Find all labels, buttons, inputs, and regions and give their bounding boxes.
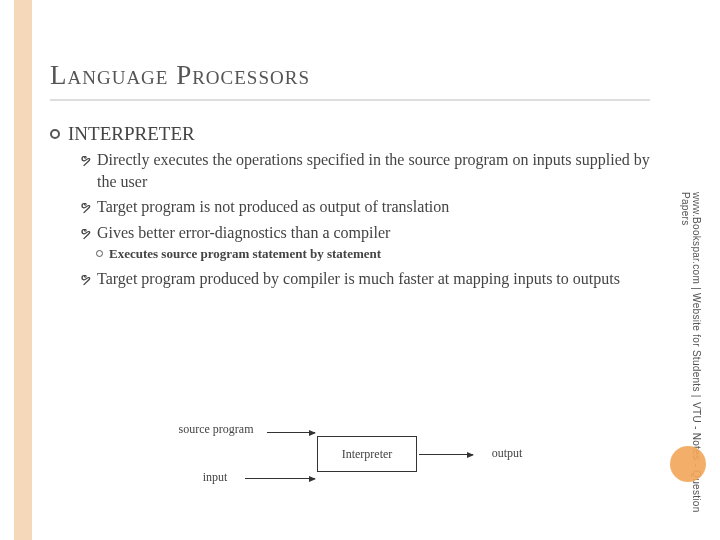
list-item: ຯ Target program produced by compiler is… — [80, 268, 650, 290]
watermark: www.Bookspar.com | Website for Students … — [680, 192, 702, 540]
slide-content: Language Processors INTERPRETER ຯ Direct… — [50, 60, 650, 300]
list-item: ຯ Directly executes the operations speci… — [80, 149, 650, 192]
arrow-icon — [267, 432, 315, 433]
section-heading: INTERPRETER — [68, 123, 650, 145]
circle-bullet-icon — [96, 250, 103, 257]
diagram-label-output: output — [477, 446, 537, 461]
diagram-label-input: input — [185, 470, 245, 485]
watermark-line1: www.Bookspar.com | Website for Students … — [691, 192, 702, 398]
list-item: ຯ Target program is not produced as outp… — [80, 196, 650, 218]
script-bullet-icon: ຯ — [80, 224, 91, 243]
bullet-text: Gives better error-diagnostics than a co… — [97, 222, 390, 244]
interpreter-diagram: source program input Interpreter output — [165, 412, 545, 508]
script-bullet-icon: ຯ — [80, 270, 91, 289]
script-bullet-icon: ຯ — [80, 151, 91, 170]
bullet-text: Directly executes the operations specifi… — [97, 149, 650, 192]
accent-bar — [14, 0, 32, 540]
arrow-icon — [245, 478, 315, 479]
diagram-box: Interpreter — [317, 436, 417, 472]
section-heading-row: INTERPRETER ຯ Directly executes the oper… — [50, 123, 650, 292]
bullet-text: Target program produced by compiler is m… — [97, 268, 620, 290]
sub-list-item: Executes source program statement by sta… — [96, 246, 650, 262]
bullet-text: Executes source program statement by sta… — [109, 246, 381, 262]
circle-decoration-icon — [670, 446, 706, 482]
page-title: Language Processors — [50, 60, 650, 101]
bullet-text: Target program is not produced as output… — [97, 196, 449, 218]
diagram-label-source: source program — [165, 422, 267, 437]
circle-bullet-icon — [50, 129, 60, 139]
script-bullet-icon: ຯ — [80, 198, 91, 217]
arrow-icon — [419, 454, 473, 455]
list-item: ຯ Gives better error-diagnostics than a … — [80, 222, 650, 244]
